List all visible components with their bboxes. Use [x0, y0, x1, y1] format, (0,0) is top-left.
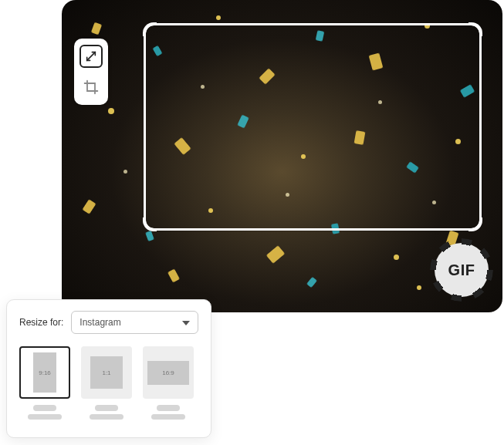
crop-handle-br[interactable]: [468, 217, 482, 231]
platform-select[interactable]: Instagram: [71, 311, 198, 334]
resize-tool-button[interactable]: [79, 45, 103, 68]
gif-badge-label: GIF: [448, 261, 475, 279]
gif-badge: GIF: [435, 243, 489, 297]
resize-icon: [85, 50, 97, 62]
resize-row: Resize for: Instagram: [19, 311, 198, 334]
crop-icon: [83, 79, 99, 95]
crop-frame[interactable]: [144, 23, 482, 231]
crop-handle-tr[interactable]: [468, 22, 482, 36]
crop-tool-button[interactable]: [79, 76, 103, 99]
ratio-label: 16:9: [147, 361, 189, 385]
ratio-label: 1:1: [90, 356, 123, 389]
resize-label: Resize for:: [19, 317, 63, 328]
crop-handle-bl[interactable]: [143, 217, 157, 231]
editor-canvas[interactable]: GIF: [62, 0, 502, 312]
crop-handle-tl[interactable]: [143, 22, 157, 36]
ratio-thumb: 16:9: [143, 346, 194, 399]
platform-select-value: Instagram: [79, 317, 120, 328]
aspect-ratio-16-9[interactable]: 16:9: [143, 346, 194, 420]
ratio-label: 9:16: [33, 352, 56, 393]
ratio-caption-placeholder: [151, 405, 185, 420]
ratio-thumb: 9:16: [19, 346, 70, 399]
ratio-caption-placeholder: [90, 405, 123, 420]
resize-panel: Resize for: Instagram 9:16 1:1 16:9: [6, 299, 211, 438]
tool-toolbar: [74, 39, 108, 105]
aspect-ratio-1-1[interactable]: 1:1: [81, 346, 132, 420]
aspect-ratio-row: 9:16 1:1 16:9: [19, 346, 198, 420]
ratio-thumb: 1:1: [81, 346, 132, 399]
ratio-caption-placeholder: [28, 405, 62, 420]
aspect-ratio-9-16[interactable]: 9:16: [19, 346, 70, 420]
